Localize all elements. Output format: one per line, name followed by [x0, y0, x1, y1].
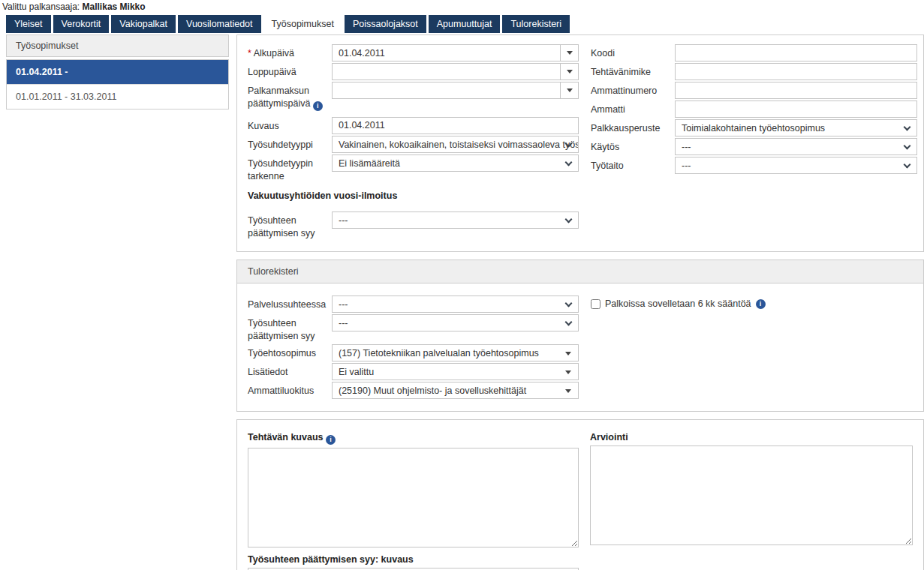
tab-poissaolojaksot[interactable]: Poissaolojaksot	[345, 15, 426, 33]
selected-employee-name: Mallikas Mikko	[83, 2, 146, 12]
palkkausperuste-label: Palkkausperuste	[591, 119, 675, 136]
alkupaiva-calendar-dropdown-button[interactable]	[560, 45, 578, 61]
alkupaiva-label: * Alkupäivä	[248, 44, 332, 62]
tehtavan-kuvaus-label: Tehtävän kuvaus i	[248, 432, 579, 445]
chevron-down-icon	[565, 215, 573, 223]
tulorekisteri-panel-title: Tulorekisteri	[237, 260, 923, 284]
kuvaus-label: Kuvaus	[248, 117, 332, 134]
tab-tyosopimukset[interactable]: Työsopimukset	[263, 15, 342, 33]
selected-employee-label: Valittu palkansaaja:	[2, 2, 80, 12]
ammattinumero-label: Ammattinumero	[591, 82, 675, 99]
tr-tyosuhteen-paattymisen-syy-label: Työsuhteen päättymisen syy	[248, 314, 332, 343]
kuvaus-input[interactable]	[332, 117, 579, 134]
ammattiluokitus-dropdown[interactable]: (25190) Muut ohjelmisto- ja sovelluskehi…	[332, 382, 579, 399]
ammatti-input[interactable]	[675, 100, 917, 118]
info-icon[interactable]: i	[756, 299, 766, 309]
contract-details-panel: * Alkupäivä Loppupäivä	[236, 34, 924, 252]
chevron-down-icon	[565, 300, 573, 308]
contract-list: 01.04.2011 - 01.01.2011 - 31.03.2011	[6, 59, 229, 110]
caret-down-icon	[567, 51, 573, 55]
caret-down-icon	[565, 352, 571, 356]
chevron-down-icon	[565, 319, 573, 326]
tyosuhteen-paattymisen-syy-select[interactable]: ---	[332, 212, 579, 229]
alkupaiva-input[interactable]	[333, 45, 560, 61]
loppupaiva-calendar-dropdown-button[interactable]	[560, 64, 578, 80]
selected-employee-bar: Valittu palkansaaja: Mallikas Mikko	[0, 0, 924, 15]
lisatiedot-dropdown[interactable]: Ei valittu	[332, 363, 579, 380]
palkanmaksun-paattymispaiva-input[interactable]	[333, 82, 560, 98]
required-asterisk: *	[248, 48, 251, 58]
koodi-input[interactable]	[675, 44, 917, 62]
palkoissa-6kk-checkbox-label: Palkoissa sovelletaan 6 kk sääntöä	[605, 298, 751, 309]
tulorekisteri-panel: Tulorekisteri Palvelussuhteessa --- Ty	[236, 260, 924, 412]
tyoehtosopimus-label: Työehtosopimus	[248, 344, 332, 362]
kaytos-label: Käytös	[591, 138, 675, 155]
tyosuhdetyypin-tarkenne-select[interactable]: Ei lisämääreitä	[332, 154, 579, 172]
vakuutus-heading: Vakuutusyhtiöiden vuosi-ilmoitus	[248, 190, 579, 201]
tab-vuosilomatiedot[interactable]: Vuosilomatiedot	[178, 15, 260, 33]
caret-down-icon	[565, 389, 571, 393]
descriptions-panel: Tehtävän kuvaus i Arviointi Työsuhteen p…	[236, 419, 924, 570]
tyotaito-label: Työtaito	[591, 157, 675, 174]
koodi-label: Koodi	[591, 44, 675, 62]
tehtavanimike-label: Tehtävänimike	[591, 63, 675, 80]
palkoissa-6kk-checkbox[interactable]	[591, 299, 600, 309]
palkanmaksun-paattymispaiva-label: Palkanmaksun päättymispäivä i	[248, 82, 332, 111]
alkupaiva-date-combobox	[332, 44, 579, 62]
palkkausperuste-select[interactable]: Toimialakohtainen työehtosopimus	[675, 119, 917, 136]
tyosuhteen-paattymisen-syy-label: Työsuhteen päättymisen syy	[248, 212, 332, 240]
arviointi-label: Arviointi	[590, 432, 913, 442]
ammattiluokitus-label: Ammattiluokitus	[248, 382, 332, 399]
tab-apumuuttujat[interactable]: Apumuuttujat	[429, 15, 501, 33]
tab-verokortit[interactable]: Verokortit	[53, 15, 110, 33]
tyoehtosopimus-dropdown[interactable]: (157) Tietotekniikan palvelualan työehto…	[332, 344, 579, 362]
chevron-down-icon	[904, 124, 911, 131]
paattymisen-syy-kuvaus-label: Työsuhteen päättymisen syy: kuvaus	[248, 554, 579, 565]
sidebar-title: Työsopimukset	[6, 34, 229, 57]
tab-vakiopalkat[interactable]: Vakiopalkat	[111, 15, 176, 33]
loppupaiva-date-combobox	[332, 63, 579, 80]
chevron-down-icon	[565, 158, 573, 166]
lisatiedot-label: Lisätiedot	[248, 363, 332, 380]
loppupaiva-input[interactable]	[333, 64, 560, 80]
tehtavanimike-input[interactable]	[675, 63, 917, 80]
tehtavan-kuvaus-textarea[interactable]	[248, 448, 579, 548]
contracts-sidebar: Työsopimukset 01.04.2011 - 01.01.2011 - …	[6, 34, 229, 110]
kaytos-select[interactable]: ---	[675, 138, 917, 155]
palvelussuhteessa-select[interactable]: ---	[332, 296, 579, 313]
tyosuhdetyypin-tarkenne-label: Työsuhdetyypin tarkenne	[248, 154, 332, 183]
info-icon[interactable]: i	[313, 101, 323, 111]
contract-list-item[interactable]: 01.04.2011 -	[7, 60, 228, 84]
caret-down-icon	[567, 70, 573, 74]
contract-list-item[interactable]: 01.01.2011 - 31.03.2011	[7, 84, 228, 109]
tyosuhdetyyppi-select[interactable]: Vakinainen, kokoaikainen, toistaiseksi v…	[332, 136, 579, 153]
tyotaito-select[interactable]: ---	[675, 157, 917, 174]
loppupaiva-label: Loppupäivä	[248, 63, 332, 80]
chevron-down-icon	[904, 142, 911, 150]
tab-yleiset[interactable]: Yleiset	[6, 15, 51, 33]
palvelussuhteessa-label: Palvelussuhteessa	[248, 296, 332, 313]
arviointi-textarea[interactable]	[590, 446, 913, 545]
tab-bar: Yleiset Verokortit Vakiopalkat Vuosiloma…	[6, 15, 924, 33]
palkanmaksun-paattymispaiva-date-combobox	[332, 82, 579, 99]
caret-down-icon	[565, 370, 571, 374]
tr-tyosuhteen-paattymisen-syy-select[interactable]: ---	[332, 314, 579, 332]
ammattinumero-input[interactable]	[675, 82, 917, 99]
tyosuhdetyyppi-label: Työsuhdetyyppi	[248, 136, 332, 153]
chevron-down-icon	[904, 161, 911, 169]
ammatti-label: Ammatti	[591, 100, 675, 118]
tab-tulorekisteri[interactable]: Tulorekisteri	[502, 15, 570, 33]
info-icon[interactable]: i	[326, 435, 336, 445]
caret-down-icon	[567, 88, 573, 92]
palkanmaksun-calendar-dropdown-button[interactable]	[560, 82, 578, 98]
